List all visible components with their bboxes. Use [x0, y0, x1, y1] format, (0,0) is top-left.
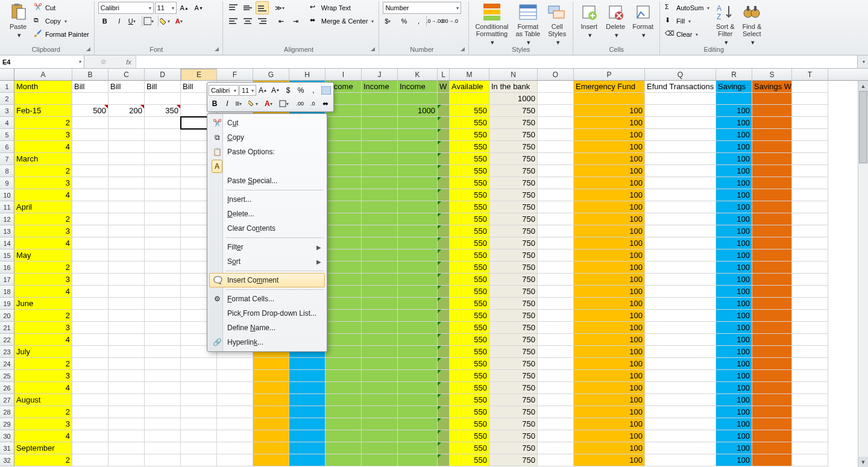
comma-button[interactable]: , [412, 14, 425, 28]
cell-T14[interactable] [792, 237, 828, 249]
cell-I32[interactable] [326, 454, 362, 466]
cell-M28[interactable]: 550 [450, 406, 489, 418]
cell-B10[interactable] [72, 189, 108, 201]
cell-M8[interactable]: 550 [450, 165, 489, 177]
row-header[interactable]: 23 [0, 346, 14, 358]
cell-C5[interactable] [108, 129, 145, 141]
cell-C21[interactable] [108, 322, 145, 334]
inc-indent-button[interactable]: ⇥ [289, 14, 303, 28]
cell-T27[interactable] [792, 394, 828, 406]
cell-A10[interactable]: 4 [14, 189, 72, 201]
col-header-L[interactable]: L [438, 69, 450, 80]
cell-D28[interactable] [145, 406, 181, 418]
cell-P30[interactable]: 100 [574, 430, 645, 442]
cell-A8[interactable]: 2 [14, 165, 72, 177]
cell-R1[interactable]: Savings [716, 81, 752, 93]
ctx-insert-[interactable]: Insert... [209, 192, 325, 207]
cell-C2[interactable] [108, 93, 145, 105]
cell-N14[interactable]: 750 [489, 237, 538, 249]
cell-B24[interactable] [72, 358, 108, 370]
cell-T19[interactable] [792, 298, 828, 310]
cell-M9[interactable]: 550 [450, 177, 489, 189]
cell-D5[interactable] [145, 129, 181, 141]
cell-G24[interactable] [253, 358, 289, 370]
dec-decimal-button[interactable]: .00→.0 [442, 14, 456, 28]
cell-L3[interactable] [438, 105, 450, 117]
row-header[interactable]: 26 [0, 382, 14, 394]
mini-percent[interactable]: % [295, 84, 307, 96]
ctx-define-name-[interactable]: Define Name... [209, 321, 325, 335]
cell-P7[interactable]: 100 [574, 153, 645, 165]
cell-D4[interactable] [145, 117, 181, 129]
autosum-button[interactable]: ΣAutoSum▾ [664, 1, 711, 14]
cell-J9[interactable] [362, 177, 398, 189]
cell-J15[interactable] [362, 249, 398, 262]
cell-Q28[interactable] [645, 406, 716, 418]
cell-I21[interactable] [326, 322, 362, 334]
cell-P23[interactable]: 100 [574, 346, 645, 358]
col-header-C[interactable]: C [108, 69, 145, 80]
cell-K9[interactable] [398, 177, 438, 189]
cell-C31[interactable] [108, 442, 145, 454]
cell-D26[interactable] [145, 382, 181, 394]
cell-P19[interactable]: 100 [574, 298, 645, 310]
cell-N5[interactable]: 750 [489, 129, 538, 141]
cell-B9[interactable] [72, 177, 108, 189]
align-top-button[interactable] [227, 1, 240, 14]
cell-A29[interactable]: 3 [14, 418, 72, 430]
cell-B30[interactable] [72, 430, 108, 442]
row-header[interactable]: 2 [0, 93, 14, 105]
cell-O7[interactable] [538, 153, 574, 165]
cell-K2[interactable] [398, 93, 438, 105]
cell-B31[interactable] [72, 442, 108, 454]
align-center-button[interactable] [241, 14, 254, 28]
cell-K31[interactable] [398, 442, 438, 454]
cell-A11[interactable]: April [14, 201, 72, 213]
cell-F26[interactable] [217, 382, 253, 394]
cell-O14[interactable] [538, 237, 574, 249]
cell-Q22[interactable] [645, 334, 716, 346]
cell-C30[interactable] [108, 430, 145, 442]
row-header[interactable]: 1 [0, 81, 14, 93]
col-header-K[interactable]: K [398, 69, 438, 80]
cell-P9[interactable]: 100 [574, 177, 645, 189]
cell-E25[interactable] [181, 370, 217, 382]
cell-K26[interactable] [398, 382, 438, 394]
cell-D22[interactable] [145, 334, 181, 346]
cell-O10[interactable] [538, 189, 574, 201]
cell-L24[interactable] [438, 358, 450, 370]
cell-I4[interactable] [326, 117, 362, 129]
cell-B16[interactable] [72, 262, 108, 274]
cell-C10[interactable] [108, 189, 145, 201]
cell-N17[interactable]: 750 [489, 274, 538, 286]
cell-A2[interactable] [14, 93, 72, 105]
cell-G26[interactable] [253, 382, 289, 394]
cell-Q29[interactable] [645, 418, 716, 430]
cell-Q14[interactable] [645, 237, 716, 249]
cell-A25[interactable]: 3 [14, 370, 72, 382]
cell-L30[interactable] [438, 430, 450, 442]
cell-L8[interactable] [438, 165, 450, 177]
cell-D32[interactable] [145, 454, 181, 466]
cell-B20[interactable] [72, 310, 108, 322]
cell-N6[interactable]: 750 [489, 141, 538, 153]
cell-D24[interactable] [145, 358, 181, 370]
cell-I7[interactable] [326, 153, 362, 165]
cell-J14[interactable] [362, 237, 398, 249]
cell-L15[interactable] [438, 249, 450, 262]
mini-borders[interactable]: ▾ [278, 98, 294, 110]
cell-G29[interactable] [253, 418, 289, 430]
col-header-A[interactable]: A [14, 69, 72, 80]
cell-O16[interactable] [538, 262, 574, 274]
cell-S15[interactable] [752, 249, 792, 262]
cell-N28[interactable]: 750 [489, 406, 538, 418]
cell-M22[interactable]: 550 [450, 334, 489, 346]
cell-S21[interactable] [752, 322, 792, 334]
cell-T21[interactable] [792, 322, 828, 334]
cell-L12[interactable] [438, 213, 450, 225]
cell-K15[interactable] [398, 249, 438, 262]
cell-D7[interactable] [145, 153, 181, 165]
cell-D31[interactable] [145, 442, 181, 454]
cell-L4[interactable] [438, 117, 450, 129]
align-left-button[interactable] [227, 14, 240, 28]
